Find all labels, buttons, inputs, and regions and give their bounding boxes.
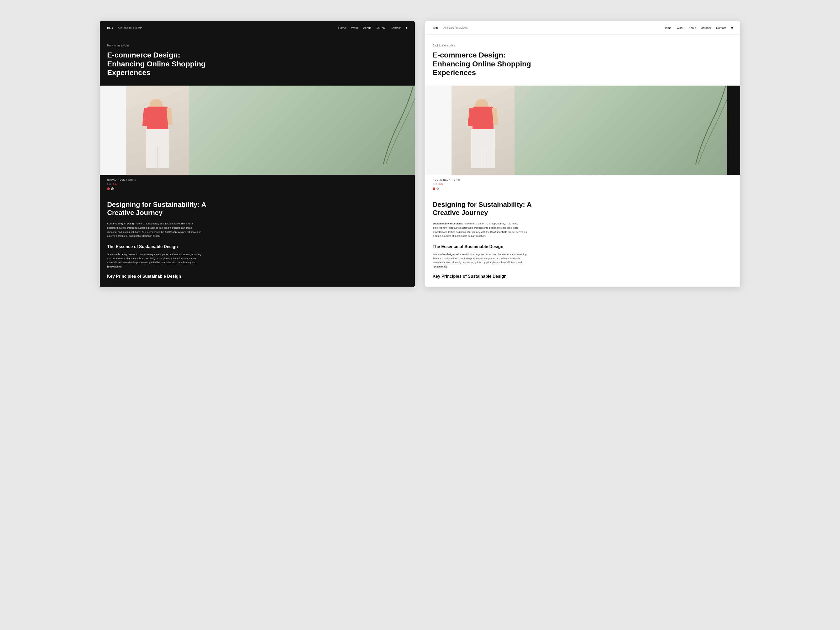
article-body-light: Sustainability in Design is more than a …	[433, 221, 527, 238]
nav-links-light: Home Work About Journal Contact	[663, 26, 733, 29]
product-card-dark: ROUND-NECK T-SHIRT $19 $10	[100, 175, 415, 190]
article-title-dark: E-commerce Design: Enhancing Online Shop…	[107, 51, 217, 77]
product-colors-dark	[107, 188, 407, 190]
nav-left-light: BR● Available for projects	[433, 26, 468, 29]
nav-status-dot-light	[731, 27, 733, 28]
product-prices-dark: $19 $10	[107, 182, 407, 185]
nav-available-dark: Available for projects	[118, 27, 142, 29]
essence-body-dark: Sustainable design seeks to minimize neg…	[107, 252, 202, 269]
eco-bold-light: EcoEssentials	[490, 231, 507, 234]
product-image-left-panel-dark	[100, 85, 126, 175]
plant-svg-dark	[368, 85, 415, 164]
essence-body-light: Sustainable design seeks to minimize neg…	[433, 252, 527, 269]
nav-status-dot-dark	[406, 27, 407, 28]
article-title-light: E-commerce Design: Enhancing Online Shop…	[433, 51, 543, 77]
nav-work-light[interactable]: Work	[677, 26, 683, 29]
pants-split-dark	[157, 147, 158, 168]
browser-window-light: BR● Available for projects Home Work Abo…	[425, 21, 740, 287]
nav-work-dark[interactable]: Work	[351, 26, 358, 29]
product-name-light: ROUND-NECK T-SHIRT	[433, 178, 733, 181]
person-top-dark	[147, 107, 168, 130]
pants-split-light	[483, 147, 483, 168]
key-title-dark: Key Principles of Sustainable Design	[107, 274, 407, 279]
nav-contact-light[interactable]: Contact	[716, 26, 726, 29]
price-old-light: $19	[433, 182, 437, 185]
person-top-light	[472, 107, 494, 130]
browser-window-dark: BR● Available for projects Home Work Abo…	[100, 21, 415, 287]
nav-available-light: Available for projects	[444, 26, 468, 29]
back-link-dark[interactable]: Back to the articles	[107, 44, 407, 47]
article-body-bold-dark: Sustainability in Design	[107, 222, 135, 225]
key-title-light: Key Principles of Sustainable Design	[433, 274, 733, 279]
essence-bold-light: renewability.	[433, 265, 448, 268]
price-new-dark: $10	[113, 182, 118, 185]
back-link-light[interactable]: Back to the articles	[433, 44, 733, 47]
navbar-light: BR● Available for projects Home Work Abo…	[425, 21, 740, 35]
product-image-area-dark	[100, 85, 189, 175]
nav-logo-light: BR●	[433, 26, 439, 29]
price-new-light: $10	[439, 182, 443, 185]
product-image-green-light	[515, 85, 727, 175]
essence-title-dark: The Essence of Sustainable Design	[107, 245, 202, 249]
nav-contact-dark[interactable]: Contact	[391, 26, 401, 29]
product-showcase-light	[425, 85, 740, 175]
article-main-title-light: Designing for Sustainability: A Creative…	[433, 201, 532, 217]
article-section-light: Designing for Sustainability: A Creative…	[425, 190, 740, 287]
color-swatch-red-light[interactable]	[433, 188, 435, 190]
person-figure-light	[467, 99, 499, 175]
nav-links-dark: Home Work About Journal Contact	[338, 26, 407, 29]
product-prices-light: $19 $10	[433, 182, 733, 185]
product-image-left-panel-light	[425, 85, 452, 175]
article-main-title-dark: Designing for Sustainability: A Creative…	[107, 201, 207, 217]
product-image-main-light	[452, 85, 515, 175]
person-pants-dark	[146, 129, 169, 168]
color-swatch-red-dark[interactable]	[107, 188, 110, 190]
product-image-main-dark	[126, 85, 189, 175]
product-colors-light	[433, 188, 733, 190]
product-image-right-dark	[189, 85, 415, 175]
nav-logo-dark: BR●	[107, 26, 113, 29]
article-body-bold-light: Sustainability in Design	[433, 222, 461, 225]
plant-svg-light	[680, 85, 727, 164]
product-name-dark: ROUND-NECK T-SHIRT	[107, 178, 407, 181]
article-section-dark: Designing for Sustainability: A Creative…	[100, 190, 415, 287]
product-image-area-light	[425, 85, 515, 175]
eco-bold-dark: EcoEssentials	[165, 231, 182, 234]
price-old-dark: $19	[107, 182, 112, 185]
essence-bold-dark: renewability.	[107, 265, 122, 268]
nav-left-dark: BR● Available for projects	[107, 26, 142, 29]
nav-journal-dark[interactable]: Journal	[376, 26, 385, 29]
nav-about-light[interactable]: About	[688, 26, 696, 29]
nav-home-light[interactable]: Home	[663, 26, 671, 29]
hero-dark: Back to the articles E-commerce Design: …	[100, 35, 415, 85]
product-right-composite-light	[515, 85, 740, 175]
navbar-dark: BR● Available for projects Home Work Abo…	[100, 21, 415, 35]
product-card-light: ROUND-NECK T-SHIRT $19 $10	[425, 175, 740, 190]
person-pants-light	[471, 129, 495, 168]
essence-title-light: The Essence of Sustainable Design	[433, 245, 527, 249]
article-body-dark: Sustainability in Design is more than a …	[107, 221, 202, 238]
product-image-black-strip-light	[727, 85, 740, 175]
product-showcase-dark	[100, 85, 415, 175]
nav-journal-light[interactable]: Journal	[701, 26, 711, 29]
hero-light: Back to the articles E-commerce Design: …	[425, 35, 740, 85]
person-figure-dark	[142, 99, 173, 175]
nav-home-dark[interactable]: Home	[338, 26, 346, 29]
color-swatch-stripe-dark[interactable]	[111, 188, 114, 190]
color-swatch-stripe-light[interactable]	[437, 188, 439, 190]
nav-about-dark[interactable]: About	[363, 26, 371, 29]
